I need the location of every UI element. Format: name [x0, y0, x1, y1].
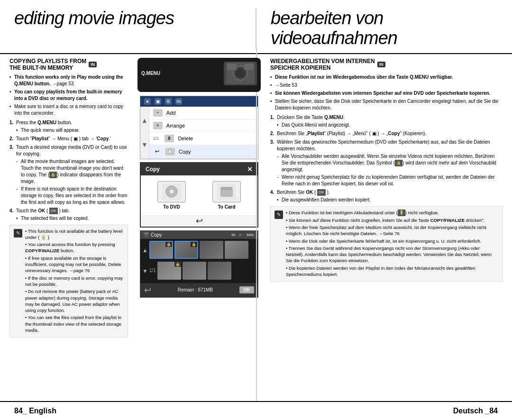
delete-label: Delete	[178, 136, 193, 141]
copy-options: To DVD To Card	[141, 175, 257, 215]
right-bullet: Stellen Sie sicher, dass Sie die Disk od…	[270, 98, 503, 111]
arrange-icon: ≡	[153, 122, 163, 129]
remain-label: Remain : 671MB	[178, 287, 213, 292]
star-icon: ★	[144, 98, 151, 105]
down-nav[interactable]: ▼	[142, 268, 148, 274]
title-left: editing movie images	[14, 9, 256, 48]
thumb-row-2: ▼ 1/1 🔒	[142, 262, 256, 281]
dvd-icon	[157, 181, 186, 202]
thumb-3[interactable]	[200, 241, 223, 259]
step-item: Touch the OK ( OK ) tab. The selected fi…	[9, 208, 128, 222]
up-arrow[interactable]: ▲	[141, 117, 148, 124]
up-nav[interactable]: ▲	[142, 247, 148, 254]
copy-title: Copy	[146, 166, 160, 173]
menu-items-list: + Add ≡ Arrange 1/1 🗑 Delete	[149, 107, 258, 159]
dvd-label: To DVD	[163, 204, 180, 210]
settings-icon: ⚙	[165, 98, 172, 105]
menu-screen-1: ★ ▣ ⚙ IN ▲ ▼ + Add	[140, 96, 258, 159]
note-line: • You can see the files copied from the …	[25, 314, 124, 333]
quality-badge: ꩻ	[238, 232, 243, 237]
progress-header: 🎬 Copy IN ꩻ MIN	[140, 231, 258, 239]
left-badge: IN	[89, 62, 97, 67]
menu-item-arrange[interactable]: ≡ Arrange	[149, 119, 258, 132]
progress-footer: ↩ Remain : 671MB OK	[140, 283, 258, 297]
svg-rect-3	[227, 64, 237, 70]
right-bullet: Diese Funktion ist nur im Wiedergabemodu…	[270, 74, 503, 81]
close-icon[interactable]: ✕	[247, 165, 253, 173]
note-line: • Do not remove the power (battery pack …	[25, 288, 124, 313]
card-label: To Card	[218, 204, 235, 210]
header: editing movie images bearbeiten von vide…	[0, 0, 512, 54]
progress-screen: 🎬 Copy IN ꩻ MIN ▲	[140, 230, 258, 298]
thumb-6[interactable]	[183, 262, 206, 280]
back-arrow-progress[interactable]: ↩	[144, 285, 151, 295]
time-badge: MIN	[245, 232, 255, 237]
copy-icon-small: 📋	[165, 148, 175, 155]
note-content: • This function is not available at the …	[25, 228, 124, 335]
step-item: Touch a desired storage media (DVD or Ca…	[9, 144, 128, 206]
page-num: 1/1	[153, 136, 159, 141]
thumb-5[interactable]: 🔒	[157, 262, 181, 280]
progress-icon: 🎬	[143, 232, 149, 237]
right-heading: WIEDERGABELISTEN VOM INTERNENSPEICHER KO…	[270, 58, 503, 71]
down-arrow[interactable]: ▼	[141, 141, 148, 148]
menu-item-delete[interactable]: 1/1 🗑 Delete	[149, 132, 258, 145]
footer-left: 84_ English	[14, 407, 56, 415]
left-steps: Press the Q.MENU button. The quick menu …	[9, 119, 128, 222]
delete-icon: 🗑	[165, 135, 174, 142]
step-item: Touch "Playlist" → Menu ( ▣ ) tab → 'Cop…	[9, 136, 128, 142]
thumb-4[interactable]	[225, 241, 248, 259]
right-note-line: • Diese Funktion ist bei niedrigem Akkul…	[286, 210, 498, 216]
left-note-box: ✎ • This function is not available at th…	[9, 225, 128, 338]
thumb-2[interactable]: 🔒	[174, 241, 198, 259]
ok-button[interactable]: OK	[239, 286, 254, 293]
nav-arrows: ▲ ▼	[140, 107, 149, 159]
right-bullet: Sie können Wiedergabelisten vom internen…	[270, 90, 503, 97]
center-panel: Q.MENU ★ ▣	[133, 58, 265, 402]
back-arrow: ↩	[153, 147, 162, 156]
camera-top: Q.MENU	[141, 62, 257, 85]
thumb-overlay-5: 🔒	[174, 262, 181, 267]
right-note-line: • Die kopierten Dateien werden von der P…	[286, 265, 498, 278]
right-steps: Drücken Sie die Taste Q.MENU. Das Quick-…	[270, 114, 503, 203]
right-bullets: Diese Funktion ist nur im Wiedergabemodu…	[270, 74, 503, 111]
right-note-icon: ✎	[274, 210, 283, 219]
thumb-1[interactable]: 🔒	[149, 241, 173, 259]
note-line: • This function is not available at the …	[25, 228, 124, 241]
thumb-grid-2: 1/1 🔒	[149, 262, 231, 280]
list-icon: ▣	[155, 98, 161, 105]
add-label: Add	[166, 110, 176, 116]
copy-option-card[interactable]: To Card	[212, 181, 241, 210]
progress-content: ▲ 🔒 🔒	[140, 239, 258, 283]
progress-copy-label: Copy	[151, 232, 162, 237]
left-bullets: This function works only in Play mode us…	[9, 74, 128, 117]
nav-col: ▲	[142, 247, 148, 254]
right-panel: WIEDERGABELISTEN VOM INTERNENSPEICHER KO…	[265, 58, 507, 402]
progress-badges: IN ꩻ MIN	[230, 232, 255, 237]
menu-item-copy[interactable]: ↩ 📋 Copy	[149, 145, 258, 159]
camera-image	[224, 62, 257, 85]
thumb-grid-1: 🔒 🔒	[149, 241, 248, 259]
left-heading: COPYING PLAYLISTS FROMTHE BUILT-IN MEMOR…	[9, 58, 128, 71]
nav-col-2: ▼	[142, 268, 148, 274]
menu-content: ▲ ▼ + Add ≡ Arrange 1/1	[140, 107, 258, 159]
qmenu-label: Q.MENU	[141, 71, 160, 76]
memory-badge: IN	[230, 232, 237, 237]
footer-right: Deutsch _84	[453, 407, 498, 415]
back-button[interactable]: ↩	[141, 215, 257, 227]
svg-point-2	[236, 68, 245, 78]
right-step: Berühren Sie „Playlist" (Playlist) → „Me…	[270, 130, 503, 137]
menu-item-add[interactable]: + Add	[149, 107, 258, 119]
right-heading-text: WIEDERGABELISTEN VOM INTERNENSPEICHER KO…	[270, 58, 375, 71]
thumb-7[interactable]	[208, 262, 231, 280]
right-note-line: • Wenn der freie Speicherplatz auf dem M…	[286, 224, 498, 237]
right-note-line: • Sie können auf diese Funktion nicht zu…	[286, 217, 498, 223]
svg-rect-10	[221, 187, 232, 190]
svg-rect-4	[244, 64, 254, 70]
copy-dialog: Copy ✕ To DVD	[140, 162, 258, 228]
page: editing movie images bearbeiten von vide…	[0, 0, 512, 420]
copy-option-dvd[interactable]: To DVD	[157, 181, 186, 210]
add-icon: +	[153, 109, 163, 117]
left-heading-text: COPYING PLAYLISTS FROMTHE BUILT-IN MEMOR…	[9, 58, 86, 71]
note-icon: ✎	[14, 229, 22, 237]
